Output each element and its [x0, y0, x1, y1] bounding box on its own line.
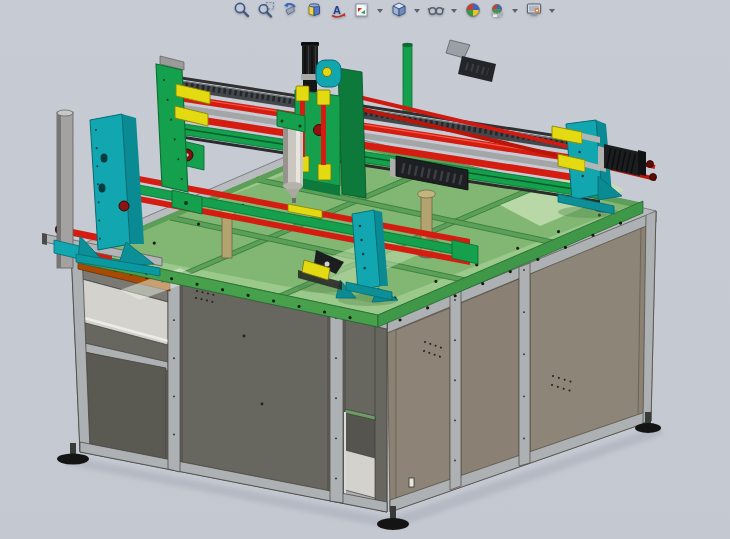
beam-left-end-plate — [156, 56, 210, 192]
cad-viewport[interactable]: A — [0, 0, 730, 539]
previous-view-icon — [281, 1, 299, 22]
view-settings-button[interactable] — [523, 1, 545, 22]
view-orientation-icon — [353, 1, 371, 22]
apply-scene-dropdown[interactable] — [509, 1, 520, 22]
model-canvas[interactable] — [0, 0, 730, 539]
zoom-to-area-icon — [257, 1, 275, 22]
section-view-button[interactable] — [303, 1, 325, 22]
apply-scene-icon — [488, 1, 506, 22]
chevron-down-icon — [512, 9, 518, 13]
chevron-down-icon — [414, 9, 420, 13]
zoom-to-area-button[interactable] — [255, 1, 277, 22]
display-style-dropdown[interactable] — [411, 1, 422, 22]
heads-up-toolbar: A — [231, 0, 558, 22]
previous-view-button[interactable] — [279, 1, 301, 22]
view-settings-icon — [525, 1, 543, 22]
dynamic-annotation-views-button[interactable]: A — [327, 1, 349, 22]
chevron-down-icon — [549, 9, 555, 13]
view-orientation-button[interactable] — [351, 1, 373, 22]
view-orientation-dropdown[interactable] — [374, 1, 385, 22]
zoom-to-fit-button[interactable] — [231, 1, 253, 22]
hide-show-items-icon — [427, 1, 445, 22]
chevron-down-icon — [451, 9, 457, 13]
display-style-icon — [390, 1, 408, 22]
apply-scene-button[interactable] — [486, 1, 508, 22]
edit-appearance-button[interactable] — [462, 1, 484, 22]
annotation-views-icon: A — [329, 1, 347, 22]
hide-show-items-button[interactable] — [425, 1, 447, 22]
svg-text:A: A — [333, 3, 341, 15]
chevron-down-icon — [377, 9, 383, 13]
section-view-icon — [305, 1, 323, 22]
hide-show-items-dropdown[interactable] — [448, 1, 459, 22]
view-settings-dropdown[interactable] — [546, 1, 557, 22]
right-gantry-motor — [598, 144, 646, 176]
z-axis-carriage — [277, 42, 366, 203]
zoom-to-fit-icon — [233, 1, 251, 22]
display-style-button[interactable] — [388, 1, 410, 22]
edit-appearance-icon — [464, 1, 482, 22]
